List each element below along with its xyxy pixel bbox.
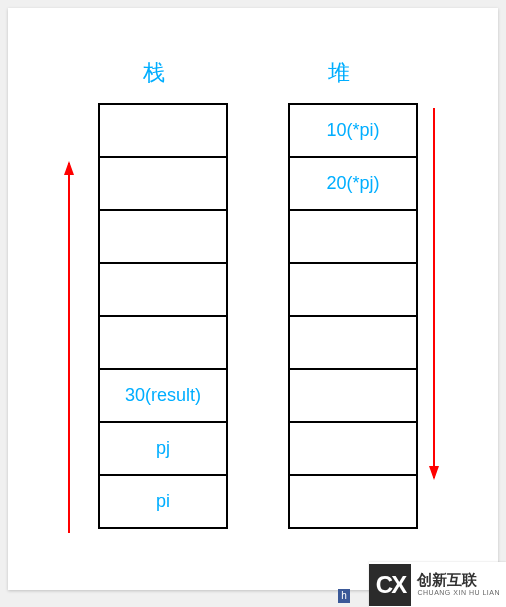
stack-growth-arrow-up [68, 163, 70, 533]
stack-cell: pj [100, 421, 226, 476]
small-tag: h [338, 589, 350, 603]
heap-title: 堆 [328, 58, 350, 88]
heap-cell [290, 209, 416, 264]
diagram-page: 栈 堆 30(result) pj pi 10(*pi) 20(*pj) [8, 8, 498, 590]
heap-cell: 20(*pj) [290, 156, 416, 211]
stack-cell: pi [100, 474, 226, 529]
heap-cell [290, 315, 416, 370]
stack-cell [100, 156, 226, 211]
heap-column: 10(*pi) 20(*pj) [288, 103, 418, 529]
heap-cell [290, 368, 416, 423]
heap-cell: 10(*pi) [290, 103, 416, 158]
stack-title: 栈 [143, 58, 165, 88]
stack-cell [100, 262, 226, 317]
logo-text: 创新互联 CHUANG XIN HU LIAN [417, 572, 500, 596]
stack-cell [100, 315, 226, 370]
logo-chinese: 创新互联 [417, 572, 500, 589]
heap-cell [290, 421, 416, 476]
heap-cell [290, 262, 416, 317]
stack-cell: 30(result) [100, 368, 226, 423]
heap-cell [290, 474, 416, 529]
stack-column: 30(result) pj pi [98, 103, 228, 529]
logo-mark-icon: CX [369, 564, 411, 606]
stack-cell [100, 209, 226, 264]
heap-growth-arrow-down [433, 108, 435, 478]
logo-english: CHUANG XIN HU LIAN [417, 589, 500, 597]
stack-cell [100, 103, 226, 158]
watermark-logo: CX 创新互联 CHUANG XIN HU LIAN [369, 562, 506, 607]
